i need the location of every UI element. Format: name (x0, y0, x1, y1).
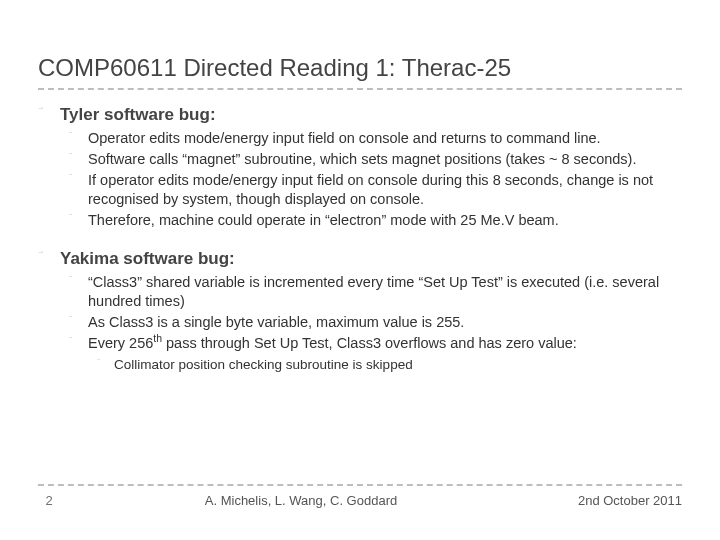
footer-date: 2nd October 2011 (542, 493, 682, 508)
bullet-icon: ؔ (38, 248, 60, 269)
bullet-icon: ؔ (96, 356, 114, 374)
item-text: If operator edits mode/energy input fiel… (88, 171, 682, 209)
heading-text: Yakima software bug: (60, 248, 235, 269)
footer: 2 A. Michelis, L. Wang, C. Goddard 2nd O… (38, 484, 682, 510)
item-text: Software calls “magnet” subroutine, whic… (88, 150, 636, 169)
slide-title: COMP60611 Directed Reading 1: Therac-25 (38, 54, 682, 90)
bullet-icon: ؔ (68, 129, 88, 148)
bullet-icon: ؔ (68, 273, 88, 311)
item-text: Every 256th pass through Set Up Test, Cl… (88, 334, 577, 353)
section-items: ؔ Operator edits mode/energy input field… (68, 129, 682, 230)
list-item: ؔ Every 256th pass through Set Up Test, … (68, 334, 682, 353)
footer-authors: A. Michelis, L. Wang, C. Goddard (60, 493, 542, 508)
bullet-icon: ؔ (68, 150, 88, 169)
sub-items: ؔ Collimator position checking subroutin… (96, 356, 682, 374)
item-text: “Class3” shared variable is incremented … (88, 273, 682, 311)
item-text: Operator edits mode/energy input field o… (88, 129, 601, 148)
item-text: As Class3 is a single byte variable, max… (88, 313, 464, 332)
list-item: ؔ Collimator position checking subroutin… (96, 356, 682, 374)
heading-text: Tyler software bug: (60, 104, 216, 125)
page-number: 2 (38, 493, 60, 508)
section-heading: ؔ Tyler software bug: (38, 104, 682, 125)
slide: COMP60611 Directed Reading 1: Therac-25 … (0, 0, 720, 540)
section-heading: ؔ Yakima software bug: (38, 248, 682, 269)
item-text: Therefore, machine could operate in “ele… (88, 211, 559, 230)
list-item: ؔ If operator edits mode/energy input fi… (68, 171, 682, 209)
item-text: Collimator position checking subroutine … (114, 356, 413, 374)
bullet-icon: ؔ (68, 171, 88, 209)
list-item: ؔ “Class3” shared variable is incremente… (68, 273, 682, 311)
list-item: ؔ Software calls “magnet” subroutine, wh… (68, 150, 682, 169)
list-item: ؔ As Class3 is a single byte variable, m… (68, 313, 682, 332)
section-items: ؔ “Class3” shared variable is incremente… (68, 273, 682, 374)
bullet-icon: ؔ (68, 211, 88, 230)
list-item: ؔ Therefore, machine could operate in “e… (68, 211, 682, 230)
bullet-icon: ؔ (68, 313, 88, 332)
list-item: ؔ Operator edits mode/energy input field… (68, 129, 682, 148)
bullet-icon: ؔ (38, 104, 60, 125)
bullet-icon: ؔ (68, 334, 88, 353)
